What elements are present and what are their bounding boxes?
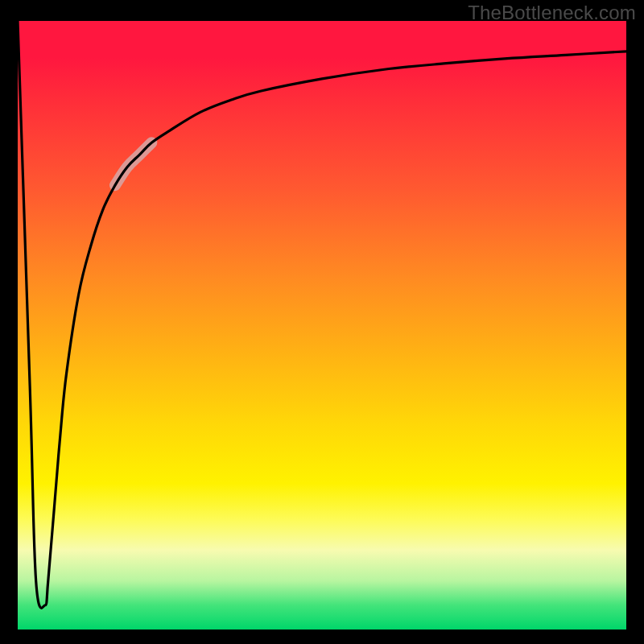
plot-area <box>18 21 626 630</box>
watermark-text: TheBottleneck.com <box>468 2 636 24</box>
chart-frame: TheBottleneck.com <box>0 0 644 644</box>
curve-layer <box>18 21 626 630</box>
curve-line <box>18 21 626 608</box>
